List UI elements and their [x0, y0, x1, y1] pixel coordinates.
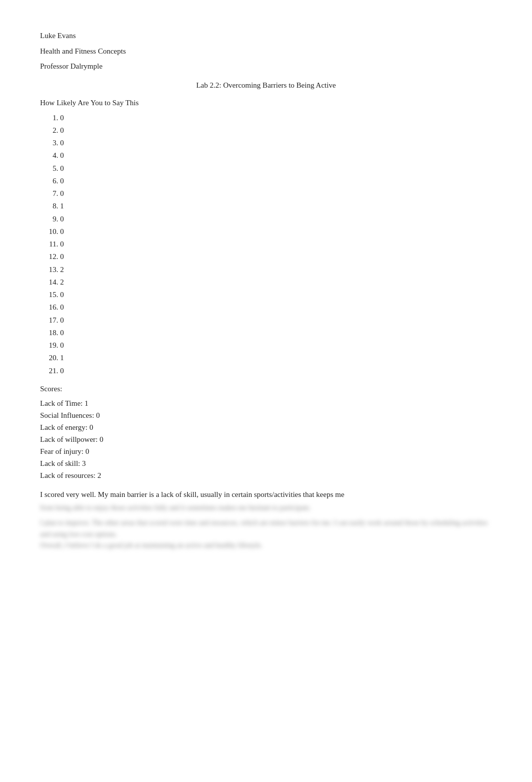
list-item: 0	[60, 302, 492, 313]
list-item: 2	[60, 264, 492, 276]
scores-label: Scores:	[40, 385, 492, 393]
score-lack-of-willpower: Lack of willpower: 0	[40, 433, 492, 445]
score-fear-of-injury: Fear of injury: 0	[40, 445, 492, 457]
reflection-blurred-2: I plan to improve. The other areas that …	[40, 517, 492, 551]
student-name: Luke Evans	[40, 30, 492, 42]
list-item: 0	[60, 112, 492, 124]
list-item: 0	[60, 251, 492, 263]
score-lack-of-skill: Lack of skill: 3	[40, 457, 492, 469]
response-list: 0 0 0 0 0 0 0 1 0 0 0 0 2 2 0 0 0 0 0 1 …	[60, 112, 492, 377]
list-item: 0	[60, 289, 492, 301]
list-item: 0	[60, 150, 492, 161]
score-lack-of-resources: Lack of resources: 2	[40, 469, 492, 481]
reflection-section: I scored very well. My main barrier is a…	[40, 488, 492, 552]
score-lack-of-time: Lack of Time: 1	[40, 397, 492, 409]
list-item: 0	[60, 175, 492, 187]
list-item: 1	[60, 352, 492, 364]
list-item: 0	[60, 188, 492, 199]
section-heading: How Likely Are You to Say This	[40, 99, 492, 107]
list-item: 0	[60, 327, 492, 339]
reflection-blurred-1: from being able to enjoy those activitie…	[40, 502, 492, 513]
course-name: Health and Fitness Concepts	[40, 46, 492, 57]
list-item: 0	[60, 365, 492, 377]
list-item: 0	[60, 226, 492, 237]
list-item: 0	[60, 315, 492, 326]
score-social-influences: Social Influences: 0	[40, 409, 492, 421]
list-item: 0	[60, 238, 492, 250]
list-item: 0	[60, 163, 492, 174]
list-item: 0	[60, 213, 492, 225]
list-item: 2	[60, 277, 492, 288]
list-item: 0	[60, 340, 492, 351]
list-item: 0	[60, 125, 492, 136]
lab-title: Lab 2.2: Overcoming Barriers to Being Ac…	[40, 81, 492, 90]
reflection-visible: I scored very well. My main barrier is a…	[40, 488, 492, 500]
list-item: 1	[60, 200, 492, 212]
scores-section: Scores: Lack of Time: 1 Social Influence…	[40, 385, 492, 481]
list-item: 0	[60, 137, 492, 149]
professor-name: Professor Dalrymple	[40, 61, 492, 72]
score-lack-of-energy: Lack of energy: 0	[40, 421, 492, 433]
